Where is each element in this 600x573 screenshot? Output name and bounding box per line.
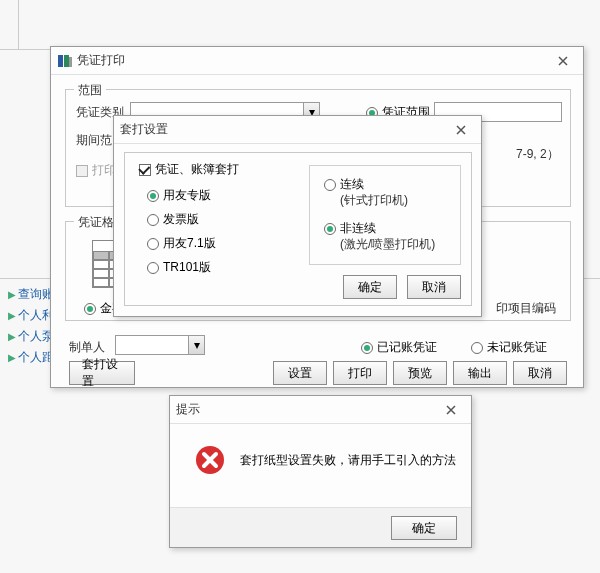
- setup-button[interactable]: 套打设置: [69, 361, 135, 385]
- unbooked-radio[interactable]: 未记账凭证: [471, 339, 547, 356]
- sidebar-item[interactable]: ▶查询账: [8, 284, 54, 305]
- continuous-radio[interactable]: 连续: [324, 176, 364, 193]
- svg-rect-0: [58, 55, 63, 67]
- titlebar: 提示: [170, 396, 471, 424]
- sidebar-item[interactable]: ▶个人利: [8, 305, 54, 326]
- settings-button[interactable]: 设置: [273, 361, 327, 385]
- print-button[interactable]: 打印: [333, 361, 387, 385]
- alert-dialog: 提示 套打纸型设置失败，请用手工引入的方法 确定: [169, 395, 472, 548]
- scope-hint: 7-9, 2）: [516, 146, 559, 163]
- dialog-title: 提示: [176, 401, 437, 418]
- non-continuous-radio[interactable]: 非连续: [324, 220, 376, 237]
- print-setup-dialog: 套打设置 凭证、账簿套打 用友专版 发票版 用友7.1版 TR101版 连续 (…: [113, 115, 482, 317]
- dialog-title: 凭证打印: [77, 52, 549, 69]
- alert-body: 套打纸型设置失败，请用手工引入的方法: [194, 444, 456, 476]
- enable-setup-checkbox[interactable]: 凭证、账簿套打: [139, 161, 239, 178]
- preparer-label: 制单人: [69, 339, 105, 356]
- continuous-sublabel: (针式打印机): [340, 192, 408, 209]
- titlebar: 凭证打印: [51, 47, 583, 75]
- dialog-title: 套打设置: [120, 121, 447, 138]
- svg-rect-1: [64, 55, 69, 67]
- error-icon: [194, 444, 226, 476]
- setup-groupbox: 凭证、账簿套打 用友专版 发票版 用友7.1版 TR101版 连续 (针式打印机…: [124, 152, 472, 306]
- ok-button[interactable]: 确定: [343, 275, 397, 299]
- cancel-button[interactable]: 取消: [407, 275, 461, 299]
- booked-radio[interactable]: 已记账凭证: [361, 339, 437, 356]
- close-button[interactable]: [447, 120, 475, 140]
- cancel-button[interactable]: 取消: [513, 361, 567, 385]
- scope-legend: 范围: [74, 82, 106, 99]
- fapiao-radio[interactable]: 发票版: [147, 211, 199, 228]
- export-button[interactable]: 输出: [453, 361, 507, 385]
- app-icon: [57, 53, 73, 69]
- non-continuous-sublabel: (激光/喷墨打印机): [340, 236, 435, 253]
- alert-footer: 确定: [170, 507, 471, 547]
- close-button[interactable]: [549, 51, 577, 71]
- print-item-code-label: 印项目编码: [496, 300, 556, 317]
- ok-button[interactable]: 确定: [391, 516, 457, 540]
- close-button[interactable]: [437, 400, 465, 420]
- svg-rect-2: [69, 57, 72, 67]
- titlebar: 套打设置: [114, 116, 481, 144]
- output-mode-groupbox: 连续 (针式打印机) 非连续 (激光/喷墨打印机): [309, 165, 461, 265]
- yongyou-radio[interactable]: 用友专版: [147, 187, 211, 204]
- alert-message: 套打纸型设置失败，请用手工引入的方法: [240, 452, 456, 469]
- sidebar-item[interactable]: ▶个人泵: [8, 326, 54, 347]
- preview-button[interactable]: 预览: [393, 361, 447, 385]
- sidebar-item[interactable]: ▶个人距: [8, 347, 54, 368]
- v71-radio[interactable]: 用友7.1版: [147, 235, 216, 252]
- preparer-select[interactable]: ▾: [115, 335, 205, 355]
- tr101-radio[interactable]: TR101版: [147, 259, 211, 276]
- chevron-down-icon: ▾: [188, 336, 204, 354]
